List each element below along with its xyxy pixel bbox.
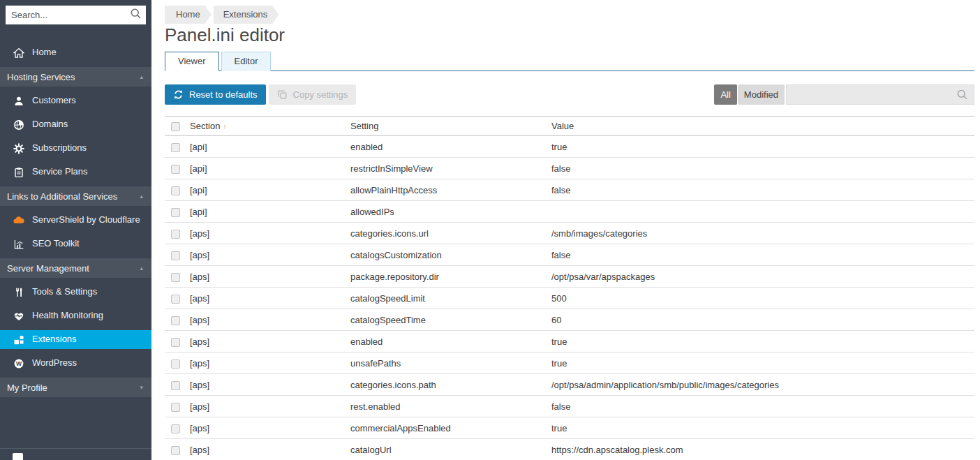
cell-section: [aps]	[190, 396, 350, 417]
sidebar-header-server-management[interactable]: Server Management ▴	[0, 258, 151, 278]
cell-setting: allowPlainHttpAccess	[350, 179, 551, 201]
cloud-icon	[13, 215, 25, 226]
table-row: [aps] categories.icons.url /smb/images/c…	[165, 223, 974, 244]
cell-section: [aps]	[190, 439, 350, 460]
row-checkbox[interactable]	[171, 186, 180, 195]
sidebar-header-links-additional-services[interactable]: Links to Additional Services ▴	[0, 186, 151, 206]
column-header-label: Section	[190, 121, 220, 131]
home-icon	[13, 47, 25, 59]
row-checkbox[interactable]	[171, 165, 180, 174]
row-checkbox[interactable]	[171, 273, 180, 282]
row-checkbox[interactable]	[171, 403, 180, 412]
sidebar-item-health-monitoring[interactable]: Health Monitoring	[0, 306, 151, 325]
table-row: [api] allowedIPs	[165, 201, 974, 223]
column-header-setting[interactable]: Setting	[350, 117, 551, 136]
tab-viewer[interactable]: Viewer	[165, 52, 219, 71]
sidebar-item-subscriptions[interactable]: Subscriptions	[0, 139, 151, 158]
column-header-value[interactable]: Value	[551, 117, 974, 136]
sidebar: Home Hosting Services ▴ Customers Domain…	[0, 0, 151, 460]
row-checkbox[interactable]	[171, 338, 180, 347]
sort-asc-icon: ↑	[223, 123, 226, 131]
row-checkbox[interactable]	[171, 143, 180, 152]
cell-setting: catalogSpeedTime	[350, 309, 551, 331]
user-icon	[13, 96, 25, 107]
collapse-up-icon: ▴	[140, 265, 143, 272]
select-all-checkbox[interactable]	[171, 122, 180, 131]
cell-value: false	[551, 396, 974, 417]
main-content: Home Extensions Panel.ini editor Viewer …	[151, 0, 980, 460]
sidebar-bottom-item[interactable]	[0, 448, 151, 460]
table-row: [aps] enabled true	[165, 331, 974, 353]
row-checkbox[interactable]	[171, 295, 180, 304]
sidebar-search-box[interactable]	[6, 6, 146, 24]
sidebar-item-tools-settings[interactable]: Tools & Settings	[0, 283, 151, 302]
settings-table: Section↑ Setting Value [api] enabled tru…	[165, 116, 974, 460]
sidebar-item-label: SEO Toolkit	[32, 238, 80, 250]
breadcrumb-item-home[interactable]: Home	[165, 6, 211, 24]
table-row: [api] enabled true	[165, 136, 974, 158]
breadcrumb-item-extensions[interactable]: Extensions	[214, 6, 279, 24]
row-checkbox[interactable]	[171, 251, 180, 260]
sidebar-header-label: Hosting Services	[7, 72, 75, 82]
table-search-box[interactable]	[786, 84, 974, 105]
page-title: Panel.ini editor	[165, 25, 974, 45]
extensions-icon	[13, 334, 25, 346]
table-row: [aps] unsafePaths true	[165, 353, 974, 374]
sidebar-item-extensions[interactable]: Extensions	[0, 330, 151, 349]
row-checkbox[interactable]	[171, 381, 180, 390]
sidebar-header-my-profile[interactable]: My Profile ▾	[0, 378, 151, 397]
sidebar-item-service-plans[interactable]: Service Plans	[0, 163, 151, 181]
filter-modified-button[interactable]: Modified	[738, 84, 785, 105]
row-checkbox[interactable]	[171, 359, 180, 369]
table-row: [aps] catalogSpeedTime 60	[165, 309, 974, 331]
sidebar-item-seo-toolkit[interactable]: SEO Toolkit	[0, 235, 151, 253]
sidebar-item-label: Home	[32, 47, 57, 59]
svg-text:W: W	[16, 359, 22, 366]
sidebar-search-input[interactable]	[11, 10, 130, 20]
cell-setting: catalogsCustomization	[350, 244, 551, 266]
sidebar-item-home[interactable]: Home	[0, 43, 151, 62]
table-search-input[interactable]	[792, 89, 956, 100]
sidebar-header-hosting-services[interactable]: Hosting Services ▴	[0, 67, 151, 87]
copy-settings-button[interactable]: Copy settings	[269, 84, 357, 105]
sidebar-item-domains[interactable]: Domains	[0, 115, 151, 134]
table-row: [aps] catalogSpeedLimit 500	[165, 288, 974, 309]
row-checkbox[interactable]	[171, 230, 180, 239]
cell-value: /opt/psa/admin/application/smb/public/im…	[551, 374, 974, 396]
sidebar-item-label: Tools & Settings	[32, 286, 97, 298]
cell-section: [api]	[190, 158, 350, 179]
cell-section: [api]	[190, 179, 350, 201]
sidebar-item-servershield[interactable]: ServerShield by Cloudflare	[0, 211, 151, 230]
table-row: [api] restrictInSimpleView false	[165, 158, 974, 179]
row-checkbox[interactable]	[171, 446, 180, 455]
sidebar-item-wordpress[interactable]: W WordPress	[0, 354, 151, 373]
table-row: [aps] package.repository.dir /opt/psa/va…	[165, 266, 974, 288]
sidebar-item-label: Extensions	[32, 334, 77, 346]
collapse-up-icon: ▴	[140, 73, 143, 80]
cell-setting: enabled	[350, 136, 551, 158]
column-header-section[interactable]: Section↑	[190, 117, 350, 136]
cell-section: [aps]	[190, 353, 350, 374]
row-checkbox[interactable]	[171, 316, 180, 325]
tab-editor[interactable]: Editor	[221, 52, 272, 71]
row-checkbox[interactable]	[171, 208, 180, 217]
cell-value: true	[551, 353, 974, 374]
table-row: [aps] catalogUrl https://cdn.apscatalog.…	[165, 439, 974, 460]
globe-icon	[13, 119, 25, 131]
search-icon	[956, 89, 968, 101]
cell-setting: allowedIPs	[350, 201, 551, 223]
heart-pulse-icon	[13, 311, 25, 322]
cell-setting: categories.icons.url	[350, 223, 551, 244]
table-row: [aps] categories.icons.path /opt/psa/adm…	[165, 374, 974, 396]
collapse-down-icon: ▾	[140, 384, 143, 391]
reset-to-defaults-button[interactable]: Reset to defaults	[165, 84, 266, 105]
tools-icon	[13, 287, 25, 298]
search-icon	[130, 8, 142, 22]
cell-section: [aps]	[190, 331, 350, 353]
cell-value: false	[551, 158, 974, 179]
cell-section: [aps]	[190, 266, 350, 288]
filter-all-button[interactable]: All	[714, 84, 736, 105]
row-checkbox[interactable]	[171, 424, 180, 433]
sidebar-item-label: Subscriptions	[32, 142, 87, 154]
sidebar-item-customers[interactable]: Customers	[0, 91, 151, 110]
